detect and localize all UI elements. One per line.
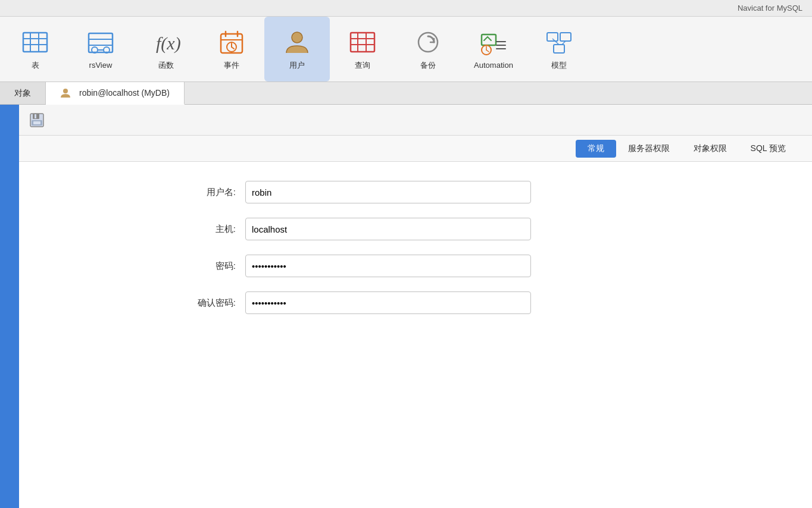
input-password[interactable] — [245, 255, 531, 277]
toolbar-label-backup: 备份 — [420, 60, 436, 71]
form-row-confirm-password: 确认密码: — [43, 291, 788, 314]
inner-toolbar — [19, 105, 812, 136]
backup-icon — [414, 28, 442, 57]
content-area: 常规 服务器权限 对象权限 SQL 预览 用户名: 主机: 密码: 确认密码: — [0, 105, 812, 508]
table-icon — [21, 28, 49, 57]
label-confirm-password: 确认密码: — [43, 297, 245, 309]
svg-line-32 — [486, 50, 489, 52]
svg-rect-41 — [35, 114, 36, 118]
save-icon — [29, 112, 45, 128]
subtab-object-privileges[interactable]: 对象权限 — [682, 140, 739, 158]
event-icon — [217, 28, 246, 57]
tab-objects[interactable]: 对象 — [0, 82, 46, 104]
tab-user-detail[interactable]: robin@localhost (MyDB) — [46, 82, 185, 105]
title-bar: Navicat for MySQL — [0, 0, 812, 17]
toolbar-label-automation: Automation — [474, 61, 513, 70]
svg-rect-33 — [547, 33, 558, 41]
model-icon — [545, 28, 573, 57]
input-host[interactable] — [245, 218, 531, 240]
tabbar: 对象 robin@localhost (MyDB) — [0, 82, 812, 105]
svg-rect-43 — [33, 121, 40, 124]
user-icon — [283, 28, 311, 57]
toolbar-item-function[interactable]: f(x) 函数 — [133, 17, 199, 81]
toolbar-label-user: 用户 — [289, 60, 305, 71]
subtab-general[interactable]: 常规 — [576, 140, 616, 158]
label-host: 主机: — [43, 224, 245, 235]
input-username[interactable] — [245, 181, 531, 203]
toolbar-item-table[interactable]: 表 — [2, 17, 68, 81]
svg-rect-35 — [554, 45, 564, 53]
svg-line-18 — [232, 47, 234, 49]
function-icon: f(x) — [152, 28, 180, 57]
toolbar-label-function: 函数 — [158, 60, 174, 71]
toolbar-item-automation[interactable]: Automation — [461, 17, 526, 81]
toolbar-item-backup[interactable]: 备份 — [395, 17, 461, 81]
label-username: 用户名: — [43, 187, 245, 198]
automation-icon — [479, 29, 508, 57]
toolbar-label-query: 查询 — [355, 60, 370, 71]
form-row-password: 密码: — [43, 255, 788, 277]
label-password: 密码: — [43, 261, 245, 272]
tab-user-detail-label: robin@localhost (MyDB) — [79, 88, 170, 98]
query-icon — [348, 28, 377, 57]
toolbar-label-event: 事件 — [224, 60, 239, 71]
toolbar-item-event[interactable]: 事件 — [199, 17, 264, 81]
svg-rect-20 — [351, 33, 374, 52]
input-confirm-password[interactable] — [245, 291, 531, 314]
form-row-username: 用户名: — [43, 181, 788, 203]
tab-user-icon — [60, 87, 74, 99]
toolbar-label-rsview: rsView — [89, 61, 113, 70]
left-sidebar — [0, 105, 19, 508]
svg-rect-0 — [23, 33, 47, 52]
toolbar-item-user[interactable]: 用户 — [264, 17, 330, 81]
toolbar-item-model[interactable]: 模型 — [526, 17, 592, 81]
svg-rect-34 — [560, 33, 571, 41]
svg-point-38 — [63, 89, 68, 93]
main-toolbar: 表 rsView f(x) 函数 — [0, 17, 812, 82]
tab-objects-label: 对象 — [14, 88, 31, 99]
rsview-icon — [86, 29, 115, 57]
toolbar-item-rsview[interactable]: rsView — [68, 17, 133, 81]
save-button[interactable] — [26, 109, 48, 131]
toolbar-item-query[interactable]: 查询 — [330, 17, 395, 81]
svg-point-19 — [292, 32, 302, 43]
sub-tabs: 常规 服务器权限 对象权限 SQL 预览 — [19, 136, 812, 162]
subtab-sql-preview[interactable]: SQL 预览 — [739, 140, 798, 158]
svg-text:f(x): f(x) — [156, 33, 180, 54]
app-title: Navicat for MySQL — [738, 4, 802, 12]
main-content: 常规 服务器权限 对象权限 SQL 预览 用户名: 主机: 密码: 确认密码: — [19, 105, 812, 508]
form-area: 用户名: 主机: 密码: 确认密码: — [19, 162, 812, 508]
toolbar-label-model: 模型 — [551, 60, 567, 71]
toolbar-label-table: 表 — [32, 60, 39, 71]
subtab-server-privileges[interactable]: 服务器权限 — [616, 140, 682, 158]
form-row-host: 主机: — [43, 218, 788, 240]
